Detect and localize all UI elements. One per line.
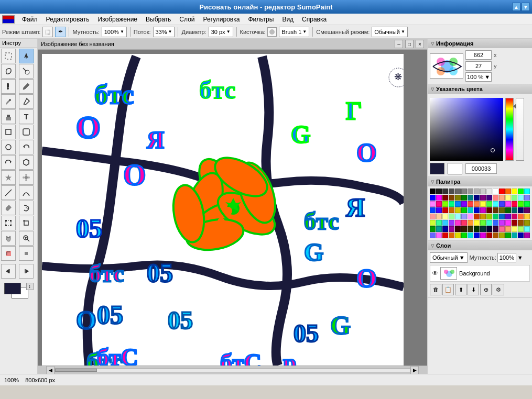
tool-hexagon[interactable] (19, 155, 34, 170)
palette-color-cell[interactable] (493, 232, 498, 238)
palette-color-cell[interactable] (486, 232, 492, 238)
tool-ellipse-select[interactable] (19, 125, 34, 139)
layer-delete-btn[interactable]: 🗑 (430, 284, 441, 295)
layer-copy-btn[interactable]: 📋 (442, 284, 454, 295)
scroll-track[interactable] (55, 368, 410, 372)
tool-move[interactable] (19, 49, 34, 63)
stamp-icon-btn[interactable]: ⬚ (42, 27, 53, 37)
tool-color-picker[interactable] (1, 246, 16, 261)
palette-header[interactable]: ▽ Палитра (428, 177, 532, 186)
brush-preview[interactable] (267, 27, 277, 37)
palette-color-cell[interactable] (512, 214, 517, 219)
canvas-area[interactable]: бтс бтс О О 05 О бтс Г О (38, 50, 427, 365)
info-y-input[interactable] (465, 61, 492, 71)
palette-color-cell[interactable] (442, 214, 448, 219)
palette-color-cell[interactable] (499, 207, 505, 213)
palette-color-cell[interactable] (461, 195, 467, 201)
palette-color-cell[interactable] (455, 207, 461, 213)
palette-color-cell[interactable] (480, 232, 486, 238)
tool-circle[interactable] (1, 140, 16, 154)
palette-color-cell[interactable] (449, 195, 454, 201)
palette-color-cell[interactable] (518, 207, 524, 213)
palette-color-cell[interactable] (449, 201, 454, 207)
palette-color-cell[interactable] (499, 232, 505, 238)
menu-file[interactable]: Файл (18, 15, 42, 24)
palette-color-cell[interactable] (512, 201, 517, 207)
palette-color-cell[interactable] (455, 232, 461, 238)
palette-color-cell[interactable] (499, 226, 505, 232)
palette-color-cell[interactable] (505, 220, 511, 226)
palette-color-cell[interactable] (468, 232, 473, 238)
foreground-color-swatch[interactable] (4, 283, 21, 294)
layer-background-row[interactable]: 👁 Background (430, 265, 530, 282)
palette-color-cell[interactable] (524, 220, 530, 226)
palette-color-cell[interactable] (436, 214, 442, 219)
layers-mode-dropdown[interactable]: Обычный ▼ (430, 252, 468, 263)
info-header[interactable]: ▽ Информация (428, 39, 532, 48)
tool-redo[interactable] (1, 155, 16, 170)
scroll-thumb[interactable] (55, 369, 97, 372)
palette-color-cell[interactable] (499, 189, 505, 194)
palette-color-cell[interactable] (512, 220, 517, 226)
palette-color-cell[interactable] (442, 201, 448, 207)
palette-color-cell[interactable] (518, 232, 524, 238)
palette-color-cell[interactable] (518, 189, 524, 194)
palette-color-cell[interactable] (436, 226, 442, 232)
palette-color-cell[interactable] (480, 220, 486, 226)
layer-up-btn[interactable]: ⬆ (455, 284, 466, 295)
layer-add-btn[interactable]: ⊕ (480, 284, 492, 295)
menu-image[interactable]: Изображение (93, 15, 142, 24)
info-x-input[interactable] (465, 50, 492, 60)
window-up-btn[interactable]: ▲ (512, 3, 520, 11)
palette-color-cell[interactable] (468, 189, 473, 194)
palette-color-cell[interactable] (461, 232, 467, 238)
palette-color-cell[interactable] (486, 207, 492, 213)
layer-visibility-icon[interactable]: 👁 (432, 270, 438, 277)
palette-color-cell[interactable] (474, 214, 480, 219)
palette-color-cell[interactable] (493, 220, 498, 226)
tool-fill[interactable] (1, 201, 16, 215)
palette-color-cell[interactable] (461, 214, 467, 219)
palette-color-cell[interactable] (455, 226, 461, 232)
layers-opacity-input[interactable] (497, 253, 516, 262)
palette-color-cell[interactable] (480, 189, 486, 194)
palette-color-cell[interactable] (430, 189, 436, 194)
canvas-restore-btn[interactable]: □ (405, 40, 414, 48)
tool-curve[interactable] (19, 185, 34, 200)
palette-color-cell[interactable] (449, 207, 454, 213)
palette-color-cell[interactable] (493, 214, 498, 219)
palette-color-cell[interactable] (499, 201, 505, 207)
palette-color-cell[interactable] (442, 195, 448, 201)
diameter-dropdown[interactable]: 30 px ▼ (209, 27, 233, 37)
tool-undo[interactable] (19, 140, 34, 154)
palette-color-cell[interactable] (468, 214, 473, 219)
palette-color-cell[interactable] (524, 232, 530, 238)
palette-color-cell[interactable] (524, 195, 530, 201)
palette-color-cell[interactable] (524, 201, 530, 207)
menu-edit[interactable]: Редактировать (42, 15, 94, 24)
opacity-dropdown[interactable]: 100% ▼ (102, 27, 127, 37)
palette-color-cell[interactable] (449, 226, 454, 232)
tool-settings[interactable] (19, 246, 34, 261)
palette-color-cell[interactable] (505, 214, 511, 219)
tool-pencil[interactable] (19, 79, 34, 94)
palette-color-cell[interactable] (518, 201, 524, 207)
menu-filters[interactable]: Фильтры (244, 15, 278, 24)
menu-layer[interactable]: Слой (175, 15, 199, 24)
palette-color-cell[interactable] (486, 201, 492, 207)
hue-slider[interactable] (505, 98, 514, 161)
palette-color-cell[interactable] (505, 207, 511, 213)
brush-mode-btn[interactable]: ✒ (55, 27, 66, 37)
fg-color-swatch[interactable] (430, 163, 444, 174)
palette-color-cell[interactable] (461, 189, 467, 194)
palette-color-cell[interactable] (468, 207, 473, 213)
menu-help[interactable]: Справка (298, 15, 331, 24)
palette-color-cell[interactable] (480, 214, 486, 219)
palette-color-cell[interactable] (512, 189, 517, 194)
palette-color-cell[interactable] (505, 201, 511, 207)
palette-color-cell[interactable] (436, 189, 442, 194)
palette-color-cell[interactable] (512, 232, 517, 238)
color-header[interactable]: ▽ Указатель цвета (428, 84, 532, 94)
palette-color-cell[interactable] (468, 195, 473, 201)
palette-color-cell[interactable] (430, 232, 436, 238)
